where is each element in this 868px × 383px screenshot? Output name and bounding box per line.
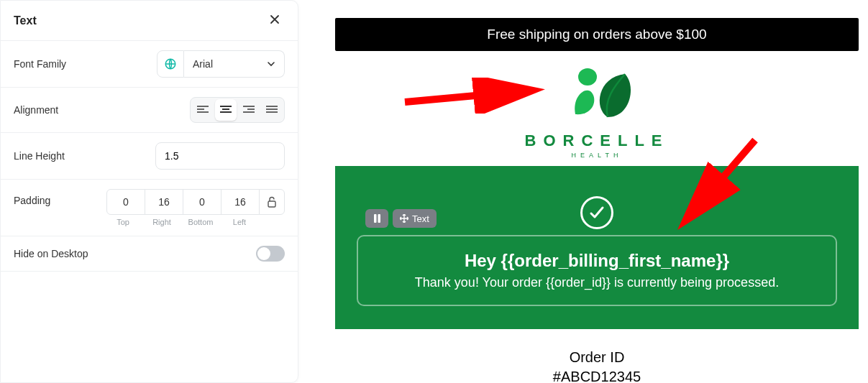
brand-subtitle: HEALTH	[335, 152, 859, 159]
padding-bottom-input[interactable]: 0	[183, 189, 221, 215]
chevron-down-icon	[267, 60, 275, 68]
line-height-label: Line Height	[14, 150, 65, 162]
confirmation-section: Text Hey {{order_billing_first_name}} Th…	[335, 166, 859, 329]
email-preview: Free shipping on orders above $100 BORCE…	[335, 18, 859, 383]
hide-on-desktop-toggle[interactable]	[256, 246, 285, 262]
promo-banner: Free shipping on orders above $100	[335, 18, 859, 51]
padding-label: Padding	[14, 189, 50, 206]
panel-header: Text	[1, 1, 298, 41]
alignment-row: Alignment	[1, 88, 298, 133]
block-type-label: Text	[412, 213, 429, 224]
close-icon[interactable]	[265, 11, 285, 30]
font-family-select[interactable]: Arial	[184, 50, 285, 78]
padding-top-input[interactable]: 0	[106, 189, 145, 215]
brand-logo	[550, 64, 644, 130]
padding-top-label: Top	[104, 218, 142, 226]
hide-on-desktop-row: Hide on Desktop	[1, 236, 298, 272]
block-type-pill[interactable]: Text	[393, 209, 437, 228]
logo-section: BORCELLE HEALTH	[335, 51, 859, 166]
svg-rect-3	[374, 214, 377, 223]
globe-icon[interactable]	[157, 50, 184, 78]
svg-rect-4	[378, 214, 380, 223]
padding-row: Padding 0 16 0 16 Top Right Bottom Left	[1, 180, 298, 236]
order-id-value: #ABCD12345	[335, 369, 859, 383]
alignment-group	[190, 97, 285, 123]
brand-name: BORCELLE	[335, 131, 859, 150]
align-justify-button[interactable]	[261, 99, 283, 121]
svg-point-2	[578, 68, 597, 86]
padding-left-label: Left	[220, 218, 259, 226]
line-height-input[interactable]	[155, 142, 285, 170]
align-left-button[interactable]	[192, 99, 214, 121]
line-height-row: Line Height	[1, 133, 298, 180]
font-family-row: Font Family Arial	[1, 41, 298, 88]
font-family-label: Font Family	[14, 58, 66, 70]
padding-lock-icon[interactable]	[259, 189, 285, 215]
padding-right-label: Right	[142, 218, 181, 226]
padding-bottom-label: Bottom	[181, 218, 220, 226]
align-right-button[interactable]	[238, 99, 260, 121]
thanks-text: Thank you! Your order {{order_id}} is cu…	[365, 275, 828, 290]
padding-right-input[interactable]: 16	[145, 189, 183, 215]
alignment-label: Alignment	[14, 104, 58, 116]
text-properties-panel: Text Font Family Arial Alignment	[0, 0, 298, 383]
order-id-section: Order ID #ABCD12345	[335, 329, 859, 383]
pause-button[interactable]	[365, 209, 388, 228]
padding-left-input[interactable]: 16	[221, 189, 260, 215]
hide-on-desktop-label: Hide on Desktop	[14, 248, 88, 259]
checkmark-icon	[580, 196, 613, 229]
svg-rect-1	[268, 201, 275, 207]
move-icon	[400, 214, 408, 223]
order-id-label: Order ID	[335, 349, 859, 366]
align-center-button[interactable]	[215, 99, 237, 121]
font-family-value: Arial	[193, 58, 213, 70]
greeting-text: Hey {{order_billing_first_name}}	[365, 251, 828, 271]
panel-title: Text	[14, 14, 37, 27]
selected-text-block[interactable]: Hey {{order_billing_first_name}} Thank y…	[357, 235, 837, 306]
block-toolbar: Text	[365, 209, 437, 228]
